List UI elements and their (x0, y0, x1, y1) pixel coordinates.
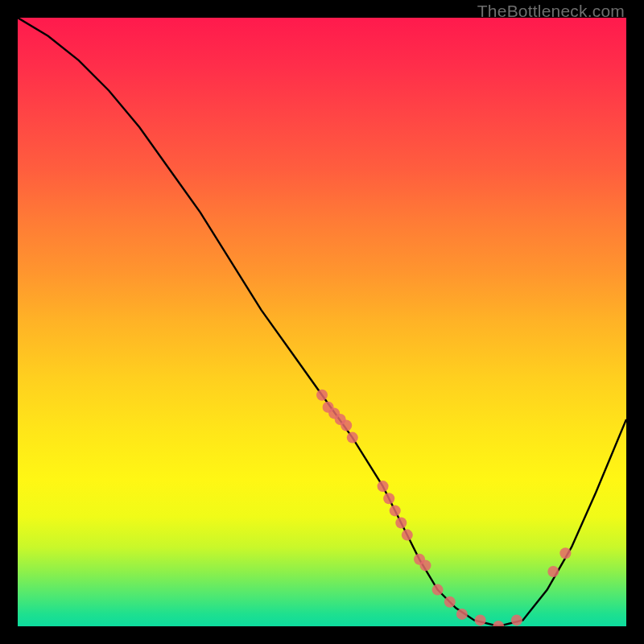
bottleneck-curve (18, 18, 626, 626)
data-point (559, 547, 571, 559)
data-point-markers (316, 390, 571, 626)
chart-svg (18, 18, 626, 626)
data-point (341, 420, 352, 431)
data-point (383, 493, 394, 504)
data-point (511, 614, 522, 625)
data-point (395, 518, 407, 529)
data-point (402, 530, 413, 541)
data-point (420, 559, 431, 571)
data-point (444, 597, 456, 608)
data-point (390, 505, 401, 516)
data-point (347, 432, 358, 444)
data-point (493, 621, 504, 626)
data-point (456, 609, 468, 620)
data-point (432, 584, 444, 596)
chart-frame (18, 18, 626, 626)
data-point (475, 614, 486, 625)
data-point (547, 566, 559, 577)
data-point (316, 390, 328, 401)
watermark-text: TheBottleneck.com (477, 2, 625, 21)
data-point (378, 481, 389, 492)
